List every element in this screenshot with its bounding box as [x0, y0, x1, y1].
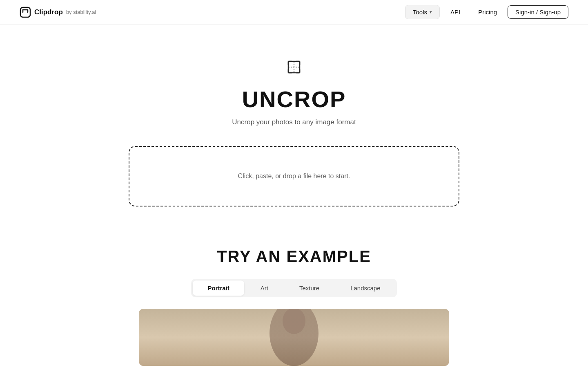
- file-dropzone[interactable]: Click, paste, or drop a file here to sta…: [129, 146, 459, 206]
- hero-subtitle: Uncrop your photos to any image format: [232, 118, 356, 126]
- page-title: UNCROP: [242, 86, 346, 112]
- pricing-label: Pricing: [478, 9, 497, 16]
- pricing-button[interactable]: Pricing: [471, 5, 504, 19]
- logo-by: by stability.ai: [66, 9, 96, 15]
- example-preview-image: [139, 309, 449, 366]
- clipdrop-logo-icon: [20, 7, 31, 18]
- examples-title: TRY AN EXAMPLE: [217, 247, 371, 266]
- examples-section: TRY AN EXAMPLE Portrait Art Texture Land…: [0, 247, 588, 368]
- tools-chevron-icon: ▾: [430, 9, 432, 15]
- navbar: Clipdrop by stability.ai Tools ▾ API Pri…: [0, 0, 588, 25]
- api-label: API: [450, 9, 460, 16]
- signin-button[interactable]: Sign-in / Sign-up: [508, 5, 568, 19]
- hero-section: UNCROP Uncrop your photos to any image f…: [0, 25, 588, 206]
- uncrop-icon: [284, 57, 304, 79]
- tab-portrait-label: Portrait: [207, 285, 229, 292]
- logo-link[interactable]: Clipdrop by stability.ai: [20, 7, 96, 18]
- preview-svg: [139, 309, 449, 366]
- logo-brand: Clipdrop: [34, 8, 63, 16]
- nav-actions: Tools ▾ API Pricing Sign-in / Sign-up: [405, 5, 568, 19]
- tools-button[interactable]: Tools ▾: [405, 5, 440, 19]
- example-tabs: Portrait Art Texture Landscape: [191, 279, 396, 297]
- tab-texture-label: Texture: [299, 285, 319, 292]
- tools-label: Tools: [413, 9, 427, 16]
- tab-landscape-label: Landscape: [350, 285, 380, 292]
- tab-landscape[interactable]: Landscape: [336, 280, 395, 296]
- svg-point-6: [283, 309, 305, 334]
- api-button[interactable]: API: [443, 5, 468, 19]
- svg-rect-0: [20, 7, 30, 17]
- tab-texture[interactable]: Texture: [285, 280, 334, 296]
- tab-art-label: Art: [261, 285, 268, 292]
- dropzone-hint: Click, paste, or drop a file here to sta…: [238, 173, 350, 180]
- tab-portrait[interactable]: Portrait: [193, 280, 244, 296]
- tab-art[interactable]: Art: [246, 280, 283, 296]
- signin-label: Sign-in / Sign-up: [515, 9, 561, 16]
